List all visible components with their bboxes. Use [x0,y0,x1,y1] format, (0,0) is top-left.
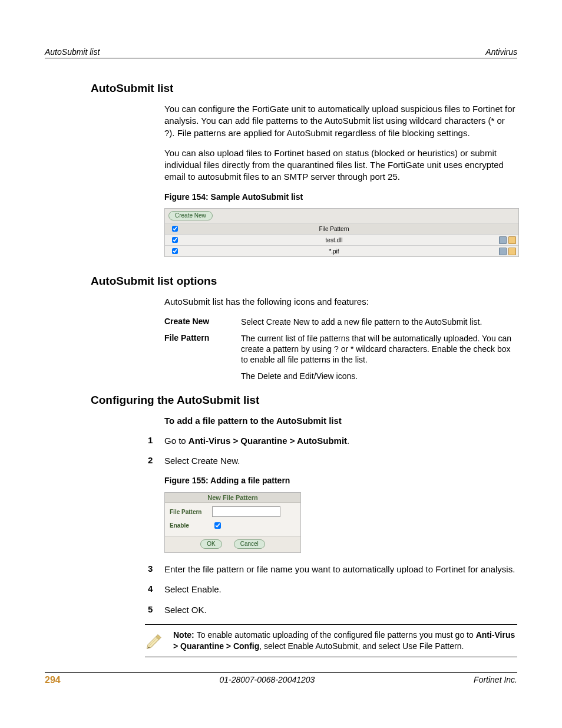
option-row: The Delete and Edit/View icons. [164,371,517,381]
ok-button[interactable]: OK [200,539,222,549]
step-2: 2 Select Create New. [164,455,517,467]
page-number: 294 [45,675,61,686]
step-1: 1 Go to Anti-Virus > Quarantine > AutoSu… [164,435,517,447]
step-number: 1 [148,435,164,447]
fig154-table: File Pattern test.dll *.pif [165,223,518,256]
page-footer: 294 01-28007-0068-20041203 Fortinet Inc. [45,672,517,686]
option-value: The current list of file patterns that w… [241,333,517,365]
step-text-post: . [347,436,349,446]
option-key: Create New [164,317,241,327]
row-checkbox[interactable] [172,248,178,254]
step-5: 5 Select OK. [164,604,517,616]
header-right: Antivirus [485,47,517,57]
edit-icon[interactable] [508,248,516,255]
note-body-1: To enable automatic uploading of the con… [197,630,476,640]
step-text-bold: Anti-Virus > Quarantine > AutoSubmit [189,436,347,446]
file-pattern-input[interactable] [212,506,280,517]
step-4: 4 Select Enable. [164,584,517,595]
row-checkbox[interactable] [172,237,178,243]
step-number: 5 [148,604,164,616]
field-row-file-pattern: File Pattern [170,506,296,517]
heading-options: AutoSubmit list options [45,275,517,290]
step-text: Go to Anti-Virus > Quarantine > AutoSubm… [164,435,517,447]
intro-paragraph-2: You can also upload files to Fortinet ba… [164,147,517,183]
note-text: Note: To enable automatic uploading of t… [173,630,517,652]
options-table: Create New Select Create New to add a ne… [164,317,517,382]
heading-configuring: Configuring the AutoSubmit list [45,394,517,409]
fig154-toolbar: Create New [165,209,518,223]
company-name: Fortinet Inc. [474,675,517,686]
create-new-button[interactable]: Create New [168,211,213,220]
option-key [164,371,241,381]
table-row: *.pif [165,246,518,257]
table-row: test.dll [165,235,518,246]
heading-autosubmit-list: AutoSubmit list [45,82,517,97]
option-row: File Pattern The current list of file pa… [164,333,517,365]
doc-id: 01-28007-0068-20041203 [219,675,315,686]
delete-icon[interactable] [499,248,507,255]
options-intro: AutoSubmit list has the following icons … [164,296,517,308]
row-pattern: *.pif [184,246,484,257]
step-text: Select Create New. [164,455,517,467]
column-file-pattern: File Pattern [184,223,484,235]
label-file-pattern: File Pattern [170,509,212,515]
step-text: Select Enable. [164,584,517,595]
edit-icon[interactable] [508,236,516,244]
step-text-pre: Go to [164,436,189,446]
label-enable: Enable [170,522,212,529]
option-value: Select Create New to add a new file patt… [241,317,517,327]
header-checkbox-cell [165,223,184,235]
step-number: 2 [148,455,164,467]
note-label: Note: [173,630,197,640]
column-actions [484,223,518,235]
figure-154: Create New File Pattern test.dll *.pif [164,208,519,257]
header-left: AutoSubmit list [45,47,100,57]
note-icon [145,630,165,650]
step-number: 4 [148,584,164,595]
option-row: Create New Select Create New to add a ne… [164,317,517,327]
select-all-checkbox[interactable] [172,226,178,232]
note-body-2: , select Enable AutoSubmit, and select U… [259,641,464,651]
cancel-button[interactable]: Cancel [234,539,265,549]
intro-paragraph-1: You can configure the FortiGate unit to … [164,103,517,139]
step-3: 3 Enter the file pattern or file name yo… [164,564,517,575]
delete-icon[interactable] [499,236,507,244]
enable-checkbox[interactable] [214,522,221,529]
figure-154-caption: Figure 154: Sample AutoSubmit list [164,192,517,203]
option-value: The Delete and Edit/View icons. [241,371,517,381]
figure-155-caption: Figure 155: Adding a file pattern [164,475,517,486]
running-header: AutoSubmit list Antivirus [45,47,517,58]
option-key: File Pattern [164,333,241,365]
figure-155: New File Pattern File Pattern Enable OK … [164,492,301,553]
procedure-title: To add a file pattern to the AutoSubmit … [164,415,517,427]
table-header-row: File Pattern [165,223,518,235]
step-number: 3 [148,564,164,575]
note-block: Note: To enable automatic uploading of t… [145,624,517,657]
step-text: Enter the file pattern or file name you … [164,564,517,575]
field-row-enable: Enable [170,521,296,531]
row-pattern: test.dll [184,235,484,246]
step-text: Select OK. [164,604,517,616]
dialog-title: New File Pattern [165,493,300,503]
